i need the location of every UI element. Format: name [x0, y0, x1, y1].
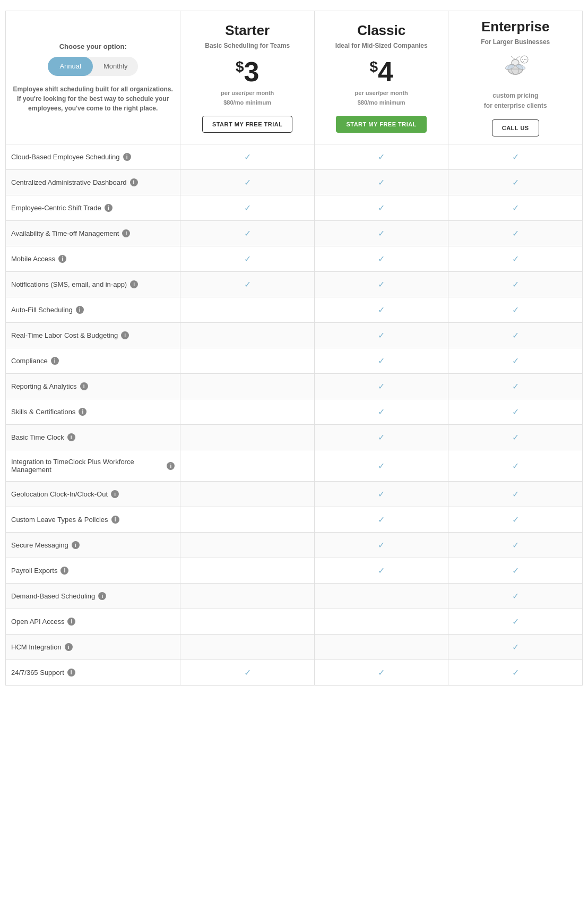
svg-point-10 [524, 59, 525, 60]
check-icon: ✓ [512, 356, 519, 365]
table-row: Auto-Fill Scheduling i ✓✓ [6, 297, 583, 323]
feature-label-cell: Secure Messaging i [6, 533, 180, 558]
starter-feature-cell [180, 558, 315, 584]
info-icon[interactable]: i [51, 357, 59, 365]
classic-feature-cell [314, 609, 448, 635]
check-icon: ✓ [512, 617, 519, 626]
classic-feature-cell [314, 584, 448, 609]
check-icon: ✓ [378, 490, 385, 499]
info-icon[interactable]: i [111, 490, 119, 498]
check-icon: ✓ [378, 515, 385, 524]
starter-feature-cell [180, 609, 315, 635]
table-row: Integration to TimeClock Plus Workforce … [6, 450, 583, 482]
enterprise-feature-cell: ✓ [448, 348, 583, 374]
check-icon: ✓ [512, 331, 519, 340]
table-row: Demand-Based Scheduling i ✓ [6, 584, 583, 609]
starter-cta-button[interactable]: START MY FREE TRIAL [202, 116, 293, 133]
info-icon[interactable]: i [130, 280, 138, 288]
feature-label-text: HCM Integration [11, 643, 62, 651]
info-icon[interactable]: i [105, 204, 113, 212]
feature-label-text: Custom Leave Types & Policies [11, 516, 108, 524]
table-row: Payroll Exports i ✓✓ [6, 558, 583, 584]
starter-feature-cell: ✓ [180, 195, 315, 221]
check-icon: ✓ [512, 152, 519, 161]
info-icon[interactable]: i [123, 153, 131, 161]
check-icon: ✓ [244, 254, 251, 263]
info-icon[interactable]: i [60, 567, 68, 575]
info-icon[interactable]: i [76, 306, 84, 314]
svg-point-9 [522, 59, 523, 60]
feature-label-cell: Mobile Access i [6, 246, 180, 272]
options-header: Choose your option: Annual Monthly Emplo… [6, 11, 180, 144]
classic-currency: $ [369, 58, 378, 75]
feature-label-cell: Reporting & Analytics i [6, 374, 180, 399]
table-row: Custom Leave Types & Policies i ✓✓ [6, 507, 583, 533]
check-icon: ✓ [512, 515, 519, 524]
info-icon[interactable]: i [67, 433, 75, 441]
table-row: Employee-Centric Shift Trade i ✓✓✓ [6, 195, 583, 221]
feature-label-cell: Notifications (SMS, email, and in-app) i [6, 272, 180, 297]
annual-toggle-btn[interactable]: Annual [48, 57, 93, 76]
check-icon: ✓ [378, 382, 385, 391]
classic-feature-cell: ✓ [314, 558, 448, 584]
info-icon[interactable]: i [65, 643, 73, 651]
enterprise-cta-button[interactable]: CALL US [492, 119, 539, 136]
feature-label-text: Basic Time Clock [11, 433, 64, 441]
classic-plan-name: Classic [320, 22, 443, 39]
info-icon[interactable]: i [67, 618, 75, 626]
classic-plan-subtitle: Ideal for Mid-Sized Companies [320, 42, 443, 49]
enterprise-feature-cell: ✓ [448, 144, 583, 170]
table-row: HCM Integration i ✓ [6, 635, 583, 660]
enterprise-feature-cell: ✓ [448, 195, 583, 221]
feature-label-cell: Skills & Certifications i [6, 399, 180, 425]
feature-label-text: Demand-Based Scheduling [11, 592, 95, 600]
check-icon: ✓ [378, 668, 385, 677]
check-icon: ✓ [378, 152, 385, 161]
starter-feature-cell [180, 348, 315, 374]
feature-label-text: Real-Time Labor Cost & Budgeting [11, 331, 118, 339]
enterprise-feature-cell: ✓ [448, 450, 583, 482]
check-icon: ✓ [378, 356, 385, 365]
classic-cta-button[interactable]: START MY FREE TRIAL [336, 116, 427, 133]
starter-feature-cell [180, 482, 315, 507]
info-icon[interactable]: i [167, 462, 175, 470]
check-icon: ✓ [244, 280, 251, 289]
starter-currency: $ [236, 58, 244, 75]
feature-label-text: Cloud-Based Employee Scheduling [11, 153, 120, 161]
monthly-toggle-btn[interactable]: Monthly [93, 57, 138, 76]
classic-feature-cell: ✓ [314, 348, 448, 374]
info-icon[interactable]: i [98, 592, 106, 600]
info-icon[interactable]: i [122, 229, 130, 237]
feature-label-text: Secure Messaging [11, 541, 68, 549]
billing-toggle[interactable]: Annual Monthly [48, 57, 138, 76]
info-icon[interactable]: i [111, 516, 119, 524]
classic-feature-cell: ✓ [314, 144, 448, 170]
enterprise-feature-cell: ✓ [448, 635, 583, 660]
starter-feature-cell: ✓ [180, 660, 315, 686]
feature-label-text: Notifications (SMS, email, and in-app) [11, 280, 127, 288]
check-icon: ✓ [244, 668, 251, 677]
feature-label-cell: Cloud-Based Employee Scheduling i [6, 144, 180, 170]
starter-feature-cell [180, 323, 315, 348]
info-icon[interactable]: i [130, 178, 138, 186]
info-icon[interactable]: i [121, 331, 129, 339]
check-icon: ✓ [378, 280, 385, 289]
svg-line-4 [511, 56, 515, 59]
starter-plan-subtitle: Basic Scheduling for Teams [186, 42, 309, 49]
info-icon[interactable]: i [67, 669, 75, 677]
table-row: Reporting & Analytics i ✓✓ [6, 374, 583, 399]
classic-feature-cell: ✓ [314, 246, 448, 272]
feature-label-text: Integration to TimeClock Plus Workforce … [11, 458, 163, 474]
check-icon: ✓ [512, 178, 519, 187]
check-icon: ✓ [512, 490, 519, 499]
check-icon: ✓ [512, 280, 519, 289]
info-icon[interactable]: i [79, 408, 87, 416]
info-icon[interactable]: i [58, 255, 66, 263]
table-row: Cloud-Based Employee Scheduling i ✓✓✓ [6, 144, 583, 170]
check-icon: ✓ [378, 331, 385, 340]
starter-price-note: per user/per month $80/mo minimum [186, 89, 309, 107]
info-icon[interactable]: i [72, 541, 80, 549]
info-icon[interactable]: i [80, 382, 88, 390]
enterprise-feature-cell: ✓ [448, 584, 583, 609]
feature-label-cell: Availability & Time-off Management i [6, 221, 180, 246]
